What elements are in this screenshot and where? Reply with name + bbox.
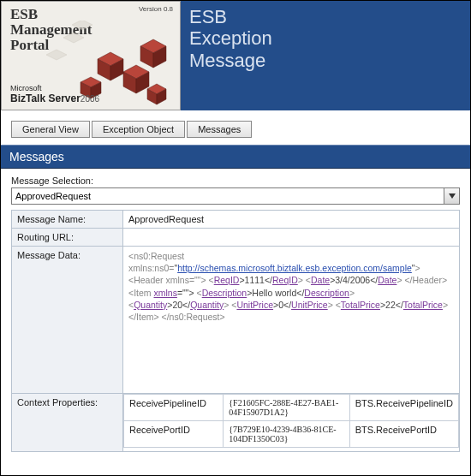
biztalk-year: 2006 <box>80 94 99 104</box>
svg-marker-13 <box>147 89 157 104</box>
ctx-name: ReceivePipelineID <box>124 395 224 421</box>
label-message-name: Message Name: <box>12 211 123 229</box>
section-band: Messages <box>1 145 470 169</box>
value-message-name: ApprovedRequest <box>123 211 460 229</box>
row-message-data: Message Data: <ns0:Request xmlns:ns0="ht… <box>12 247 460 394</box>
tab-general-view[interactable]: General View <box>11 121 90 138</box>
svg-marker-4 <box>98 59 110 80</box>
row-routing-url: Routing URL: <box>12 229 460 247</box>
svg-marker-14 <box>157 89 166 104</box>
chevron-down-icon <box>449 193 456 199</box>
ctx-bts: BTS.ReceivePortID <box>349 421 458 448</box>
ctx-guid: {7B729E10-4239-4B36-81CE-104DF1350C03} <box>224 421 349 448</box>
header: Version 0.8 ESB Management Portal Micros… <box>1 1 470 110</box>
message-selection-dropdown-button[interactable] <box>444 187 460 205</box>
svg-marker-0 <box>123 65 149 79</box>
row-message-name: Message Name: ApprovedRequest <box>12 211 460 229</box>
biztalk-brand: BizTalk Server <box>10 92 80 104</box>
svg-marker-1 <box>123 72 136 93</box>
message-selection-input[interactable] <box>11 187 444 205</box>
ctx-name: ReceivePortID <box>124 421 224 448</box>
namespace-link[interactable]: http://schemas.microsoft.biztalk.esb.exc… <box>177 263 412 273</box>
svg-marker-18 <box>449 193 456 199</box>
ctx-bts: BTS.ReceivePipelineID <box>349 395 458 421</box>
label-routing-url: Routing URL: <box>12 229 123 247</box>
ctx-row: ReceivePortID {7B729E10-4239-4B36-81CE-1… <box>124 421 459 448</box>
portal-title-line2: Management <box>10 21 92 38</box>
ctx-row: ReceivePipelineID {F21605FC-288E-4E27-BA… <box>124 395 459 421</box>
label-message-data: Message Data: <box>12 247 123 394</box>
logo-block: Version 0.8 ESB Management Portal Micros… <box>1 1 181 110</box>
portal-title-line1: ESB <box>10 6 38 22</box>
tab-exception-object[interactable]: Exception Object <box>92 121 185 138</box>
svg-marker-12 <box>147 84 166 94</box>
svg-marker-3 <box>98 52 123 66</box>
label-context-properties: Context Properties: <box>12 394 123 452</box>
value-routing-url <box>123 229 460 247</box>
svg-marker-5 <box>110 59 123 80</box>
details-table: Message Name: ApprovedRequest Routing UR… <box>11 210 460 452</box>
portal-title-line3: Portal <box>10 37 49 53</box>
selection-label: Message Selection: <box>11 176 460 186</box>
context-properties-table: ReceivePipelineID {F21605FC-288E-4E27-BA… <box>123 394 459 448</box>
tab-messages[interactable]: Messages <box>187 121 252 138</box>
biztalk-small: Microsoft <box>10 84 42 92</box>
biztalk-branding: Microsoft BizTalk Server2006 <box>10 85 99 104</box>
tab-bar: General View Exception Object Messages <box>11 121 470 138</box>
page-title: ESB Exception Message <box>181 1 470 110</box>
svg-marker-2 <box>136 72 149 93</box>
version-label: Version 0.8 <box>139 5 173 13</box>
portal-title: ESB Management Portal <box>10 7 173 53</box>
message-data-box[interactable]: <ns0:Request xmlns:ns0="http://schemas.m… <box>123 247 459 390</box>
context-properties-box[interactable]: ReceivePipelineID {F21605FC-288E-4E27-BA… <box>123 394 459 450</box>
content: Message Selection: Message Name: Approve… <box>1 169 470 461</box>
ctx-guid: {F21605FC-288E-4E27-BAE1-04F15907D1A2} <box>224 395 349 421</box>
row-context-properties: Context Properties: ReceivePipelineID {F… <box>12 394 460 452</box>
